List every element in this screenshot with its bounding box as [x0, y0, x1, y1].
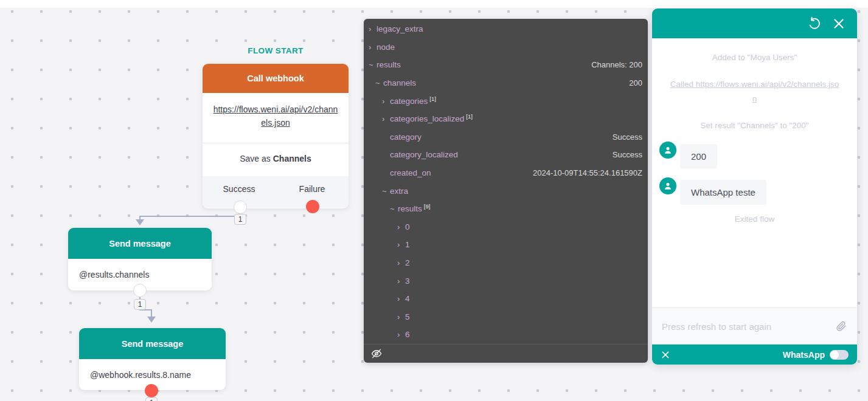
expanded-arrow-icon[interactable]: ~ — [369, 60, 377, 69]
tree-row-item-6[interactable]: ›6 — [364, 326, 648, 344]
tree-row-categories-localized[interactable]: ›categories_localized[1] — [364, 110, 648, 128]
webhook-exits: Success Failure — [203, 176, 349, 208]
close-icon[interactable] — [832, 16, 846, 31]
collapsed-arrow-icon[interactable]: › — [397, 330, 405, 339]
collapsed-arrow-icon[interactable]: › — [397, 258, 405, 267]
send-message-title[interactable]: Send message — [79, 328, 226, 359]
message2-exit-port[interactable] — [145, 384, 158, 397]
top-strip — [0, 0, 868, 8]
tree-row-legacy-extra[interactable]: ›legacy_extra — [364, 20, 648, 38]
collapsed-arrow-icon[interactable]: › — [397, 294, 405, 303]
collapsed-arrow-icon[interactable]: › — [397, 276, 405, 286]
connector-webhook-success — [140, 216, 240, 217]
array-count: [1] — [466, 113, 473, 120]
success-exit-port[interactable] — [234, 200, 247, 214]
tree-row-results[interactable]: ~resultsChannels: 200 — [364, 56, 648, 74]
bot-avatar — [659, 177, 676, 194]
channel-label: WhatsApp — [783, 350, 825, 360]
person-icon — [663, 181, 673, 191]
close-icon[interactable] — [661, 350, 670, 360]
message-row: 200 — [659, 142, 857, 169]
tree-row-categories[interactable]: ›categories[1] — [364, 92, 648, 110]
connector-msg1 — [151, 309, 152, 317]
message-bubble: 200 — [680, 144, 717, 169]
simulator-panel: Added to "Moya Users" Called https://flo… — [652, 9, 857, 365]
simulator-header — [652, 9, 857, 38]
tree-row-category-localized[interactable]: category_localizedSuccess — [364, 146, 648, 164]
json-tree: ›legacy_extra ›node ~resultsChannels: 20… — [364, 20, 648, 344]
webhook-url[interactable]: https://flows.weni.ai/api/v2/channels.js… — [203, 93, 349, 143]
webhook-node-title[interactable]: Call webhook — [203, 64, 349, 93]
message-bubble: WhatsApp teste — [680, 180, 766, 205]
refresh-icon[interactable] — [807, 16, 822, 31]
event-set-result: Set result "Channels" to "200" — [668, 118, 841, 133]
connector-arrowhead — [147, 317, 156, 323]
tree-row-item-3[interactable]: ›3 — [364, 272, 648, 290]
tree-row-category[interactable]: categorySuccess — [364, 128, 648, 146]
array-count: [9] — [424, 203, 431, 210]
collapsed-arrow-icon[interactable]: › — [382, 114, 390, 123]
tree-row-node[interactable]: ›node — [364, 38, 648, 57]
event-called-webhook-link[interactable]: Called https://flows.weni.ai/api/v2/chan… — [668, 77, 841, 106]
save-as-prefix: Save as — [240, 154, 273, 163]
tree-row-channels[interactable]: ~channels200 — [364, 74, 648, 92]
toggle-knob — [830, 351, 839, 359]
message1-exit-port[interactable] — [133, 284, 147, 297]
tree-row-extra[interactable]: ~extra — [364, 182, 648, 200]
activity-count-badge[interactable]: 1 — [134, 299, 146, 310]
simulator-log: Added to "Moya Users" Called https://flo… — [652, 38, 857, 307]
flow-start-label: FLOW START — [203, 46, 349, 55]
attachment-icon[interactable] — [835, 320, 847, 332]
tree-row-item-5[interactable]: ›5 — [364, 308, 648, 326]
simulator-footer: WhatsApp — [652, 344, 857, 365]
activity-count-badge[interactable]: 1 — [145, 397, 158, 401]
collapsed-arrow-icon[interactable]: › — [397, 240, 405, 249]
inspector-footer — [364, 344, 648, 363]
message-input[interactable] — [662, 321, 835, 332]
tree-row-item-1[interactable]: ›1 — [364, 236, 648, 254]
json-inspector-panel: ›legacy_extra ›node ~resultsChannels: 20… — [364, 19, 648, 363]
failure-exit-port[interactable] — [306, 200, 319, 213]
expanded-arrow-icon[interactable]: ~ — [375, 78, 383, 87]
person-icon — [663, 145, 673, 155]
message-row: WhatsApp teste — [659, 177, 857, 205]
tree-row-item-4[interactable]: ›4 — [364, 290, 648, 308]
tree-row-extra-results[interactable]: ~results[9] — [364, 200, 648, 218]
tree-row-created-on[interactable]: created_on2024-10-09T14:55:24.161590Z — [364, 164, 648, 182]
save-as-name: Channels — [273, 154, 311, 163]
simulator-input-row — [652, 307, 857, 344]
webhook-save-result: Save as Channels — [203, 143, 349, 176]
connector-arrowhead — [136, 219, 144, 225]
event-exited-flow: Exited flow — [652, 214, 857, 224]
collapsed-arrow-icon[interactable]: › — [369, 24, 377, 33]
expanded-arrow-icon[interactable]: ~ — [382, 187, 390, 196]
channel-toggle[interactable] — [830, 350, 849, 360]
collapsed-arrow-icon[interactable]: › — [382, 97, 390, 106]
call-webhook-node[interactable]: Call webhook https://flows.weni.ai/api/v… — [203, 64, 349, 208]
tree-row-item-0[interactable]: ›0 — [364, 218, 648, 236]
send-message-title[interactable]: Send message — [68, 228, 212, 259]
collapsed-arrow-icon[interactable]: › — [369, 43, 377, 52]
array-count: [1] — [429, 95, 436, 102]
expanded-arrow-icon[interactable]: ~ — [390, 204, 398, 213]
send-message-node-2[interactable]: Send message @webhook.results.8.name — [79, 328, 226, 390]
send-message-node-1[interactable]: Send message @results.channels — [68, 228, 212, 290]
event-added-to-group: Added to "Moya Users" — [668, 50, 841, 65]
eye-off-icon[interactable] — [370, 348, 383, 360]
collapsed-arrow-icon[interactable]: › — [397, 222, 405, 231]
bot-avatar — [659, 142, 676, 159]
activity-count-badge[interactable]: 1 — [234, 214, 246, 225]
tree-row-item-2[interactable]: ›2 — [364, 254, 648, 272]
collapsed-arrow-icon[interactable]: › — [397, 312, 405, 321]
